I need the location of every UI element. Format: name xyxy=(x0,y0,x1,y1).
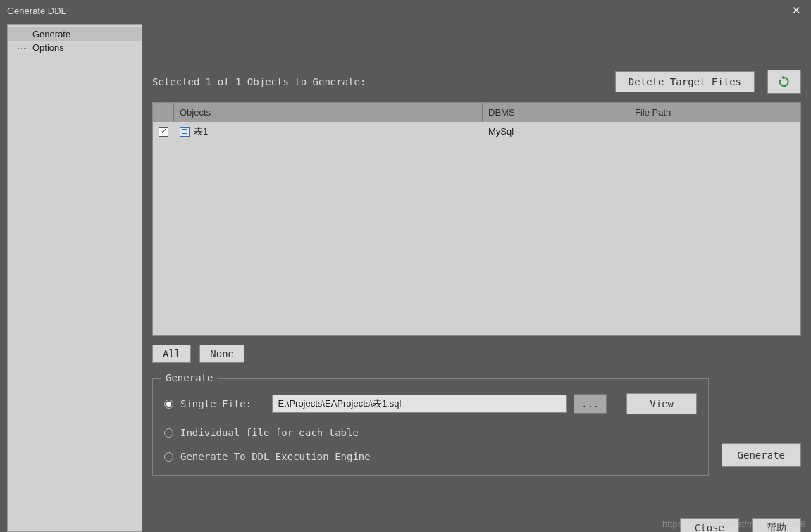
radio-label: Single File: xyxy=(180,398,265,409)
sidebar-item-options[interactable]: Options xyxy=(8,41,142,54)
radio-icon xyxy=(164,428,173,438)
browse-button[interactable]: ... xyxy=(574,394,607,414)
sidebar-item-label: Generate xyxy=(32,29,70,39)
radio-single-file[interactable]: Single File: ... View xyxy=(164,393,697,414)
col-objects[interactable]: Objects xyxy=(174,103,483,122)
delete-target-files-button[interactable]: Delete Target Files xyxy=(615,71,755,92)
col-dbms[interactable]: DBMS xyxy=(483,103,629,122)
table-body: ✓ 表1 MySql xyxy=(153,122,800,335)
table-header: Objects DBMS File Path xyxy=(153,103,800,122)
main-panel: Selected 1 of 1 Objects to Generate: Del… xyxy=(142,24,811,532)
sidebar-item-label: Options xyxy=(32,42,64,53)
status-row: Selected 1 of 1 Objects to Generate: Del… xyxy=(152,70,801,94)
refresh-button[interactable] xyxy=(767,70,801,94)
table-row[interactable]: ✓ 表1 MySql xyxy=(153,122,800,141)
titlebar: Generate DDL ✕ xyxy=(0,0,811,21)
row-object-name: 表1 xyxy=(194,125,208,138)
radio-icon xyxy=(164,400,173,409)
close-icon[interactable]: ✕ xyxy=(781,0,811,21)
radio-label: Generate To DDL Execution Engine xyxy=(180,451,371,462)
radio-execution-engine[interactable]: Generate To DDL Execution Engine xyxy=(164,451,697,462)
table-object-icon xyxy=(180,127,190,137)
selection-status: Selected 1 of 1 Objects to Generate: xyxy=(152,76,366,87)
row-checkbox[interactable]: ✓ xyxy=(159,127,168,137)
generate-legend: Generate xyxy=(161,372,217,383)
generate-group: Generate Single File: ... View Individua… xyxy=(152,378,709,476)
watermark: https://blog.csdn.net/m0_54852256 xyxy=(662,519,805,529)
window-title: Generate DDL xyxy=(7,6,66,16)
col-checkbox xyxy=(153,103,174,122)
radio-icon xyxy=(164,452,173,462)
row-dbms: MySql xyxy=(488,126,514,137)
radio-label: Individual file for each table xyxy=(180,427,359,438)
col-file-path[interactable]: File Path xyxy=(629,103,800,122)
refresh-icon xyxy=(779,76,790,87)
single-file-path-input[interactable] xyxy=(272,395,567,413)
select-all-button[interactable]: All xyxy=(152,345,191,363)
objects-table: Objects DBMS File Path ✓ 表1 MySql xyxy=(152,102,801,336)
selection-buttons: All None xyxy=(152,345,801,363)
select-none-button[interactable]: None xyxy=(199,345,244,363)
radio-individual-file[interactable]: Individual file for each table xyxy=(164,427,697,438)
dialog-body: Generate Options Selected 1 of 1 Objects… xyxy=(0,21,811,532)
view-button[interactable]: View xyxy=(626,393,697,414)
sidebar-item-generate[interactable]: Generate xyxy=(8,27,142,41)
sidebar: Generate Options xyxy=(7,24,142,532)
generate-button[interactable]: Generate xyxy=(722,443,801,467)
